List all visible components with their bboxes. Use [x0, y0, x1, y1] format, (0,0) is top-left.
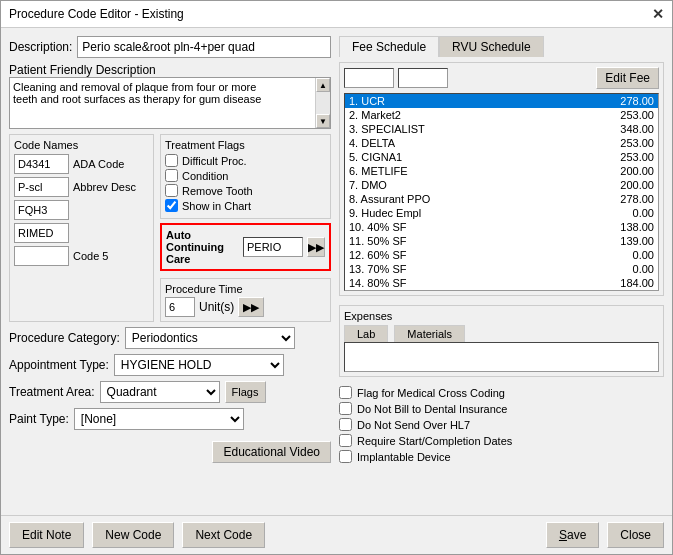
edit-fee-button[interactable]: Edit Fee — [596, 67, 659, 89]
procedure-category-label: Procedure Category: — [9, 331, 120, 345]
treatment-area-label: Treatment Area: — [9, 385, 95, 399]
check-row-0: Flag for Medical Cross Coding — [339, 386, 664, 399]
fee-item-1[interactable]: 2. Market2253.00 — [345, 108, 658, 122]
code-row-2 — [14, 200, 149, 220]
flag-checkbox-1[interactable] — [165, 169, 178, 182]
fee-item-4[interactable]: 5. CIGNA1253.00 — [345, 150, 658, 164]
close-icon[interactable]: ✕ — [652, 7, 664, 21]
scrollbar: ▲ ▼ — [315, 78, 330, 128]
fee-item-8[interactable]: 9. Hudec Empl0.00 — [345, 206, 658, 220]
scroll-up-btn[interactable]: ▲ — [316, 78, 330, 92]
educational-video-button[interactable]: Educational Video — [212, 441, 331, 463]
main-window: Procedure Code Editor - Existing ✕ Descr… — [0, 0, 673, 555]
auto-continuing-box: Auto Continuing Care ▶▶ — [160, 223, 331, 271]
procedure-time-unit: Unit(s) — [199, 300, 234, 314]
fee-item-10[interactable]: 11. 50% SF139.00 — [345, 234, 658, 248]
flag-label-0: Difficult Proc. — [182, 155, 247, 167]
paint-type-select[interactable]: [None] — [74, 408, 244, 430]
save-button[interactable]: Save — [546, 522, 599, 548]
check-row-1: Do Not Bill to Dental Insurance — [339, 402, 664, 415]
checkbox-2[interactable] — [339, 418, 352, 431]
exp-tab-lab[interactable]: Lab — [344, 325, 388, 342]
fee-item-11[interactable]: 12. 60% SF0.00 — [345, 248, 658, 262]
check-row-4: Implantable Device — [339, 450, 664, 463]
flag-row-0: Difficult Proc. — [165, 154, 326, 167]
fee-list[interactable]: 1. UCR278.002. Market2253.003. SPECIALIS… — [344, 93, 659, 291]
fee-item-6[interactable]: 7. DMO200.00 — [345, 178, 658, 192]
code-label-1: Abbrev Desc — [73, 181, 136, 193]
fee-item-2[interactable]: 3. SPECIALIST348.00 — [345, 122, 658, 136]
check-label-2: Do Not Send Over HL7 — [357, 419, 470, 431]
expenses-box: Expenses Lab Materials — [339, 305, 664, 377]
code-row-3 — [14, 223, 149, 243]
description-row: Description: — [9, 36, 331, 58]
new-code-button[interactable]: New Code — [92, 522, 174, 548]
checkbox-1[interactable] — [339, 402, 352, 415]
code-row-1: Abbrev Desc — [14, 177, 149, 197]
flag-row-1: Condition — [165, 169, 326, 182]
expenses-content — [344, 342, 659, 372]
tab-bar: Fee Schedule RVU Schedule — [339, 36, 664, 57]
check-row-2: Do Not Send Over HL7 — [339, 418, 664, 431]
fee-top-row: Edit Fee — [344, 67, 659, 89]
fee-filter-input-1[interactable] — [344, 68, 394, 88]
code-input-1[interactable] — [14, 177, 69, 197]
auto-continuing-label: Auto Continuing Care — [166, 229, 239, 265]
fee-item-12[interactable]: 13. 70% SF0.00 — [345, 262, 658, 276]
flag-checkbox-2[interactable] — [165, 184, 178, 197]
close-button[interactable]: Close — [607, 522, 664, 548]
flags-button[interactable]: Flags — [225, 381, 266, 403]
next-code-button[interactable]: Next Code — [182, 522, 265, 548]
flag-row-2: Remove Tooth — [165, 184, 326, 197]
code-input-4[interactable] — [14, 246, 69, 266]
treatment-area-select[interactable]: Quadrant — [100, 381, 220, 403]
patient-friendly-textarea[interactable] — [10, 78, 315, 128]
flag-label-2: Remove Tooth — [182, 185, 253, 197]
browse-button[interactable]: ▶▶ — [307, 237, 325, 257]
edit-note-button[interactable]: Edit Note — [9, 522, 84, 548]
flag-checkbox-3[interactable] — [165, 199, 178, 212]
treatment-area-row: Treatment Area: Quadrant Flags — [9, 381, 331, 403]
checkbox-4[interactable] — [339, 450, 352, 463]
fee-filter-input-2[interactable] — [398, 68, 448, 88]
fee-item-0[interactable]: 1. UCR278.00 — [345, 94, 658, 108]
code-label-4: Code 5 — [73, 250, 108, 262]
code-row-0: ADA Code — [14, 154, 149, 174]
scroll-down-btn[interactable]: ▼ — [316, 114, 330, 128]
appointment-type-select[interactable]: HYGIENE HOLD — [114, 354, 284, 376]
fee-item-3[interactable]: 4. DELTA253.00 — [345, 136, 658, 150]
exp-tab-materials[interactable]: Materials — [394, 325, 465, 342]
procedure-category-row: Procedure Category: Periodontics — [9, 327, 331, 349]
proc-time-browse-btn[interactable]: ▶▶ — [238, 297, 264, 317]
auto-continuing-input[interactable] — [243, 237, 303, 257]
description-input[interactable] — [77, 36, 331, 58]
fee-item-14[interactable]: 15. 90% SF0.00 — [345, 290, 658, 291]
code-names-flags-row: Code Names ADA Code Abbrev Desc — [9, 134, 331, 322]
procedure-time-box: Procedure Time Unit(s) ▶▶ — [160, 278, 331, 322]
fee-item-5[interactable]: 6. METLIFE200.00 — [345, 164, 658, 178]
checkbox-3[interactable] — [339, 434, 352, 447]
code-input-2[interactable] — [14, 200, 69, 220]
code-input-0[interactable] — [14, 154, 69, 174]
tab-rvu-schedule[interactable]: RVU Schedule — [439, 36, 544, 57]
fee-item-9[interactable]: 10. 40% SF138.00 — [345, 220, 658, 234]
procedure-category-select[interactable]: Periodontics — [125, 327, 295, 349]
procedure-time-row: Unit(s) ▶▶ — [165, 297, 326, 317]
fee-item-13[interactable]: 14. 80% SF184.00 — [345, 276, 658, 290]
procedure-time-input[interactable] — [165, 297, 195, 317]
main-content: Description: Patient Friendly Descriptio… — [1, 28, 672, 515]
code-names-title: Code Names — [14, 139, 149, 151]
left-panel: Description: Patient Friendly Descriptio… — [9, 36, 339, 507]
tab-fee-schedule[interactable]: Fee Schedule — [339, 36, 439, 57]
code-input-3[interactable] — [14, 223, 69, 243]
fee-item-7[interactable]: 8. Assurant PPO278.00 — [345, 192, 658, 206]
patient-friendly-label: Patient Friendly Description — [9, 63, 331, 77]
treatment-flags-box: Treatment Flags Difficult Proc. Conditio… — [160, 134, 331, 219]
flag-row-3: Show in Chart — [165, 199, 326, 212]
checkbox-0[interactable] — [339, 386, 352, 399]
code-label-0: ADA Code — [73, 158, 124, 170]
code-row-4: Code 5 — [14, 246, 149, 266]
flag-checkbox-0[interactable] — [165, 154, 178, 167]
flag-label-3: Show in Chart — [182, 200, 251, 212]
check-row-3: Require Start/Completion Dates — [339, 434, 664, 447]
